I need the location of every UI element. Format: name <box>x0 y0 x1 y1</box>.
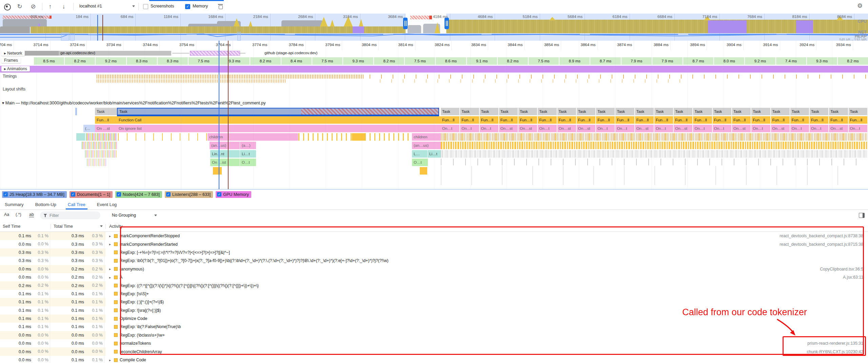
flame-function-chip[interactable]: Fun…ll <box>849 116 867 124</box>
flame-task-chip[interactable]: Task <box>635 108 654 115</box>
table-row[interactable]: 0.3 ms0.3 %0.3 ms0.3 %RegExp: [-+%=]=?|!… <box>0 248 868 257</box>
activity-name[interactable]: (anonymous) <box>120 267 144 271</box>
animations-track-label[interactable]: ▸ Animations <box>1 66 30 72</box>
table-row[interactable]: 0.0 ms0.0 %0.2 ms0.2 %▸(anonymous)CopyCl… <box>0 265 868 273</box>
frame-duration-cell[interactable]: 8.4 ms <box>281 57 312 65</box>
table-row[interactable]: 0.0 ms0.0 %0.0 ms0.0 %RegExp: (\bclass\s… <box>0 331 868 339</box>
screenshots-checkbox[interactable] <box>143 4 148 9</box>
flame-onignore-chip[interactable]: On…t <box>596 125 615 132</box>
activity-name[interactable]: A <box>120 275 122 280</box>
expand-arrow-icon[interactable]: ▸ <box>109 276 114 279</box>
timeline-ruler[interactable]: 704 ms3714 ms3724 ms3734 ms3744 ms3754 m… <box>0 41 868 51</box>
flame-task-chip[interactable]: Task <box>693 108 712 115</box>
flame-onignore-chip[interactable]: On…t <box>693 125 712 132</box>
table-row[interactable]: 0.2 ms0.2 %0.2 ms0.2 %RegExp: ((?:^|[^{]… <box>0 281 868 289</box>
flame-anonymous-bar[interactable]: (a…) <box>240 142 256 149</box>
checked-checkbox[interactable]: ✓ <box>71 192 75 197</box>
record-icon[interactable] <box>4 4 11 11</box>
flame-onignore-chip[interactable]: On…t <box>713 125 731 132</box>
chevron-down-icon[interactable] <box>132 5 135 7</box>
flame-task-chip[interactable]: Task <box>480 108 498 115</box>
table-row[interactable]: 0.1 ms0.1 %0.3 ms0.3 %▸markComponentRend… <box>0 232 868 240</box>
frame-duration-cell[interactable]: 9.2 ms <box>96 57 126 65</box>
activity-name[interactable]: RegExp: [\s\S]+ <box>120 291 149 296</box>
checked-checkbox[interactable]: ✓ <box>3 192 8 197</box>
source-location-link[interactable]: chunk-RY6NLCXT.js:10230:42 <box>807 349 868 354</box>
flame-onignore-chip[interactable]: On…t <box>460 125 479 132</box>
counter-toggle[interactable]: ✓JS Heap[18.3 MB – 34.7 MB] <box>2 191 67 198</box>
flame-function-chip[interactable]: Fun…ll <box>810 116 828 124</box>
activity-name[interactable]: normalizeTokens <box>120 341 151 346</box>
activity-name[interactable]: RegExp: ((?:^|[^{])(?:\{\{)*)\{(?!\{)(?:… <box>120 283 259 288</box>
source-location-link[interactable]: CopyClipboard.tsx:36:5 <box>820 267 868 271</box>
flame-anon-chip[interactable]: (… <box>83 125 95 132</box>
flame-onlist-bar[interactable]: On …ist <box>210 159 240 166</box>
self-time-header[interactable]: Self Time <box>0 224 51 229</box>
frame-duration-cell[interactable]: 7.5 ms <box>189 57 219 65</box>
flame-link-bar[interactable]: Li…t <box>240 150 256 158</box>
flame-function-chip[interactable]: Fun…ll <box>557 116 576 124</box>
flame-onignore-chip[interactable]: On…st <box>499 125 518 132</box>
chevron-down-icon[interactable] <box>154 215 157 216</box>
flame-function-chip[interactable]: Fun…ll <box>596 116 615 124</box>
activity-header[interactable]: Activity <box>106 224 868 229</box>
frame-duration-cell[interactable]: 7.9 ms <box>622 57 652 65</box>
network-track-label[interactable]: ▸ Network <box>1 51 25 56</box>
frame-duration-cell[interactable]: 7.9 ms <box>652 57 683 65</box>
flame-task-chip[interactable]: Task <box>460 108 479 115</box>
checked-checkbox[interactable]: ✓ <box>217 192 221 197</box>
activity-name[interactable]: Optimize Code <box>120 316 147 321</box>
frame-duration-cell[interactable]: 8.2 ms <box>250 57 280 65</box>
frame-duration-cell[interactable]: 9.1 ms <box>467 57 497 65</box>
frame-duration-cell[interactable]: 8.0 ms <box>714 57 744 65</box>
frame-duration-cell[interactable]: 8.2 ms <box>374 57 404 65</box>
counter-toggle[interactable]: ✓Documents[1 – 1] <box>70 191 113 198</box>
flame-task-chip[interactable]: Task <box>751 108 770 115</box>
expand-arrow-icon[interactable]: ▸ <box>109 358 114 362</box>
frame-duration-cell[interactable]: 7.5 ms <box>529 57 559 65</box>
flame-task-chip[interactable]: Task <box>557 108 576 115</box>
frame-duration-cell[interactable]: 7.4 ms <box>776 57 806 65</box>
flame-function-chip[interactable]: Fun…ll <box>480 116 498 124</box>
checked-checkbox[interactable]: ✓ <box>166 192 171 197</box>
counter-toggle[interactable]: ✓GPU Memory <box>216 191 251 198</box>
flame-onlist-bar[interactable]: O…t <box>412 159 428 166</box>
frame-duration-cell[interactable]: 8.2 ms <box>65 57 95 65</box>
flame-task-chip[interactable]: Task <box>810 108 828 115</box>
flame-task-chip[interactable]: Task <box>849 108 867 115</box>
flame-task-chip[interactable]: Task <box>674 108 692 115</box>
timings-track[interactable]: Timings <box>0 73 868 86</box>
tab-summary[interactable]: Summary <box>5 199 24 209</box>
network-track[interactable]: ge-api.codecov.dev) github (stage-api.co… <box>0 50 868 57</box>
flame-task-chip[interactable]: Task <box>538 108 556 115</box>
flame-onignore-chip[interactable]: On…t <box>441 125 459 132</box>
source-location-link[interactable]: A.jsx:63:11 <box>843 275 868 280</box>
frame-duration-cell[interactable]: 9.2 ms <box>745 57 775 65</box>
expand-arrow-icon[interactable]: ▸ <box>109 242 114 246</box>
frame-duration-cell[interactable]: 8.3 ms <box>127 57 157 65</box>
activity-name[interactable]: RegExp: (\bclass\s+)\w+ <box>120 333 165 338</box>
frame-duration-cell[interactable]: 8.3 ms <box>158 57 188 65</box>
memory-label[interactable]: Memory <box>193 4 208 8</box>
frame-duration-cell[interactable]: 9.3 ms <box>807 57 837 65</box>
expand-arrow-icon[interactable]: ▸ <box>109 267 114 271</box>
tab-call-tree[interactable]: Call Tree <box>68 199 85 209</box>
profile-selector[interactable]: localhost #1 <box>79 4 102 8</box>
activity-name[interactable]: RegExp: \b(?:False|None|True)\b <box>120 324 181 329</box>
flame-task-chip[interactable]: Task <box>713 108 731 115</box>
frame-duration-cell[interactable]: 8.6 ms <box>436 57 466 65</box>
regex-toggle[interactable]: (.*) <box>16 212 21 217</box>
flame-function-chip[interactable]: Fun…ll <box>499 116 518 124</box>
selection-right-handle[interactable] <box>445 18 449 29</box>
main-thread-header[interactable]: ▾ Main — http://localhost:3000/github/co… <box>0 98 868 108</box>
table-row[interactable]: 0.1 ms0.1 %0.1 ms0.1 %RegExp: (:)[^:()]+… <box>0 298 868 306</box>
flame-function-chip[interactable]: Fun…ll <box>829 116 848 124</box>
expand-arrow-icon[interactable]: ▸ <box>109 234 114 238</box>
flame-yellow-block[interactable] <box>213 167 222 175</box>
selection-left-handle[interactable] <box>403 18 408 29</box>
flame-function-chip[interactable]: Fun…ll <box>460 116 479 124</box>
collect-garbage-icon[interactable] <box>218 4 222 8</box>
reload-and-record-icon[interactable]: ↻ <box>16 3 24 10</box>
gear-icon[interactable]: ⚙ <box>856 2 864 9</box>
flame-onignore-chip[interactable]: On…st <box>674 125 692 132</box>
